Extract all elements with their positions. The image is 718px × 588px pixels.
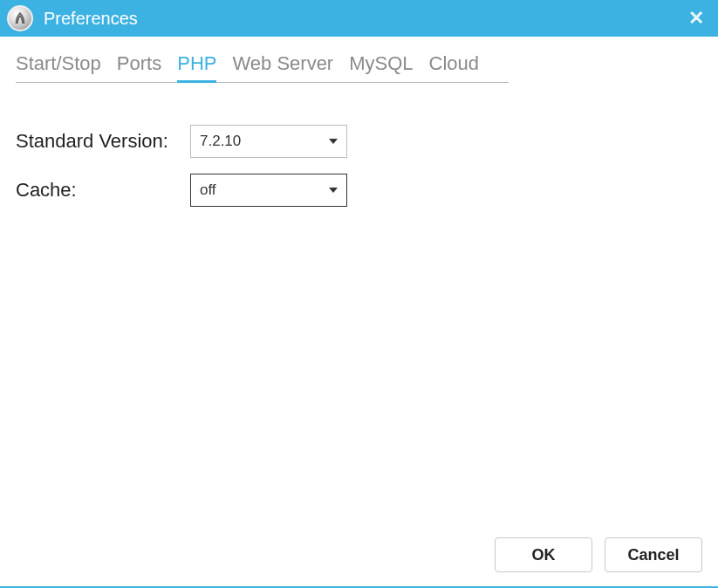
chevron-down-icon xyxy=(329,139,338,144)
app-icon xyxy=(7,5,33,31)
label-standard-version: Standard Version: xyxy=(16,130,190,153)
select-standard-version[interactable]: 7.2.10 xyxy=(190,125,347,158)
titlebar: Preferences ✕ xyxy=(0,0,718,37)
row-cache: Cache: off xyxy=(16,174,702,207)
ok-button[interactable]: OK xyxy=(495,537,592,572)
tab-cloud[interactable]: Cloud xyxy=(429,52,479,80)
select-cache-value: off xyxy=(200,181,216,199)
tab-bar: Start/Stop Ports PHP Web Server MySQL Cl… xyxy=(16,52,509,83)
row-standard-version: Standard Version: 7.2.10 xyxy=(16,125,702,158)
form-area: Standard Version: 7.2.10 Cache: off xyxy=(16,125,702,207)
window-title: Preferences xyxy=(44,9,681,29)
tab-mysql[interactable]: MySQL xyxy=(349,52,413,80)
content-area: Start/Stop Ports PHP Web Server MySQL Cl… xyxy=(0,37,718,207)
select-cache[interactable]: off xyxy=(190,174,347,207)
cancel-button[interactable]: Cancel xyxy=(605,537,702,572)
tab-web-server[interactable]: Web Server xyxy=(232,52,333,80)
button-bar: OK Cancel xyxy=(495,537,702,572)
tab-start-stop[interactable]: Start/Stop xyxy=(16,52,101,80)
tab-ports[interactable]: Ports xyxy=(117,52,161,80)
chevron-down-icon xyxy=(329,188,338,193)
label-cache: Cache: xyxy=(16,179,190,202)
tab-php[interactable]: PHP xyxy=(177,52,216,80)
close-icon[interactable]: ✕ xyxy=(681,7,711,30)
select-standard-version-value: 7.2.10 xyxy=(200,133,241,150)
